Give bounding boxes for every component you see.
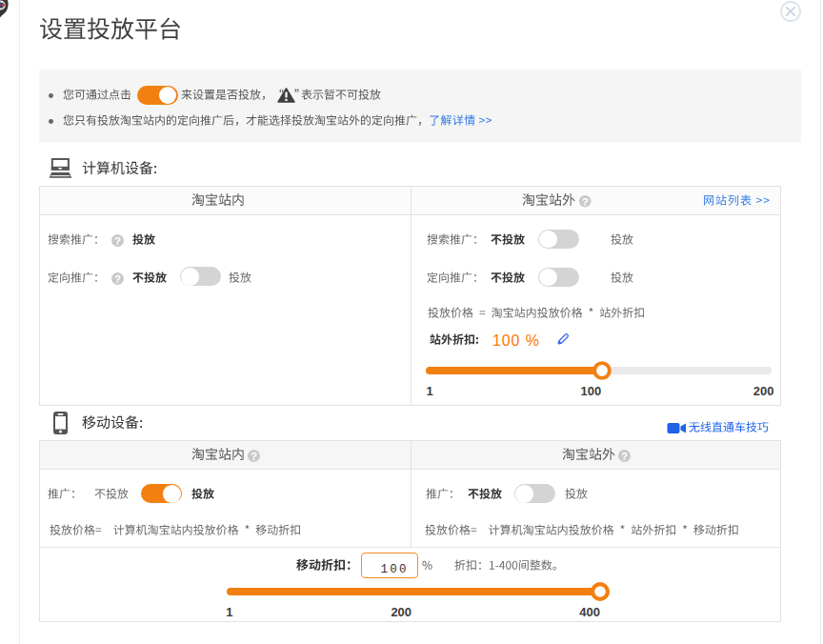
svg-text:?: ?	[114, 273, 121, 285]
svg-text:?: ?	[251, 451, 257, 462]
svg-text:?: ?	[621, 451, 628, 462]
svg-text:?: ?	[582, 196, 589, 208]
svg-text:?: ?	[114, 235, 121, 247]
